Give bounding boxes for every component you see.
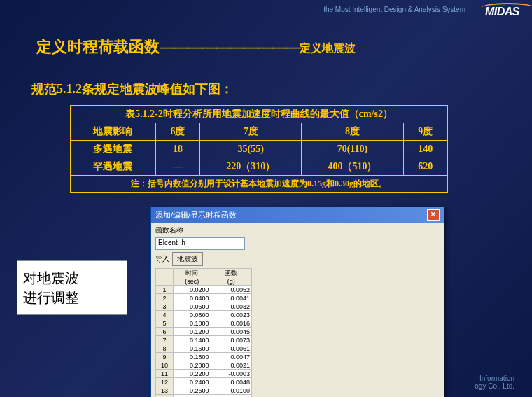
td: 400（510） xyxy=(302,158,403,176)
table-row[interactable]: 130.26000.0100 xyxy=(156,386,252,395)
time-history-dialog: 添加/编辑/显示时程函数 ✕ 函数名称 Elcent_h 导入 地震波 时间( xyxy=(150,207,444,397)
func-name-input[interactable]: Elcent_h xyxy=(155,237,245,250)
td: 140 xyxy=(403,141,447,158)
dialog-titlebar[interactable]: 添加/编辑/显示时程函数 ✕ xyxy=(151,207,444,223)
td: 18 xyxy=(155,141,200,158)
th: 7度 xyxy=(200,123,302,141)
table-note: 注：括号内数值分别用于设计基本地震加速度为0.15g和0.30g的地区。 xyxy=(71,176,448,193)
callout-line1: 对地震波 xyxy=(23,268,121,288)
table-row: 多遇地震 18 35(55) 70(110) 140 xyxy=(71,141,448,158)
td: 罕遇地震 xyxy=(71,158,156,176)
footer-text: Informationogy Co., Ltd. xyxy=(475,375,514,390)
dialog-title: 添加/编辑/显示时程函数 xyxy=(155,210,237,221)
td: — xyxy=(155,158,200,176)
th-blank xyxy=(156,269,174,286)
tagline: the Most Intelligent Design & Analysis S… xyxy=(323,6,465,13)
spec-text: 规范5.1.2条规定地震波峰值如下图： xyxy=(31,81,233,97)
wave-button[interactable]: 地震波 xyxy=(172,252,203,266)
table-row[interactable]: 90.18000.0047 xyxy=(156,353,252,361)
title-main: 定义时程荷载函数 xyxy=(36,38,160,55)
th: 地震影响 xyxy=(71,123,156,141)
title-sub: 定义地震波 xyxy=(300,42,356,54)
table-row[interactable]: 20.04000.0041 xyxy=(156,294,252,302)
table-row[interactable]: 60.12000.0045 xyxy=(156,328,252,336)
table-row: 罕遇地震 — 220（310） 400（510） 620 xyxy=(71,158,448,176)
table-row[interactable]: 10.02000.0052 xyxy=(156,286,252,294)
table-row[interactable]: 80.16000.0061 xyxy=(156,344,252,353)
table-row[interactable]: 40.08000.0023 xyxy=(156,311,252,319)
table-header-row: 地震影响 6度 7度 8度 9度 xyxy=(71,123,448,141)
peak-table: 表5.1.2-2时程分析所用地震加速度时程曲线的最大值（cm/s2） 地震影响 … xyxy=(70,105,448,193)
td: 620 xyxy=(403,158,447,176)
td: 220（310） xyxy=(200,158,302,176)
td: 70(110) xyxy=(302,141,403,158)
func-name-label: 函数名称 xyxy=(155,225,183,235)
th: 6度 xyxy=(155,123,200,141)
table-row[interactable]: 140.28000.0143 xyxy=(156,395,252,398)
td: 多遇地震 xyxy=(71,141,156,158)
th-func: 函数(g) xyxy=(211,269,251,286)
callout-box: 对地震波 进行调整 xyxy=(17,260,127,315)
table-row[interactable]: 100.20000.0021 xyxy=(156,361,252,370)
td: 35(55) xyxy=(200,141,302,158)
th: 8度 xyxy=(302,123,403,141)
table-row[interactable]: 70.14000.0073 xyxy=(156,336,252,344)
import-label: 导入 xyxy=(155,254,169,264)
logo-arc xyxy=(482,3,532,13)
logo: MIDAS xyxy=(485,6,519,18)
time-func-table[interactable]: 时间(sec) 函数(g) 10.02000.005220.04000.0041… xyxy=(155,268,252,397)
close-button[interactable]: ✕ xyxy=(427,209,440,221)
th: 9度 xyxy=(403,123,447,141)
table-row[interactable]: 110.2200-0.0003 xyxy=(156,370,252,378)
page-title: 定义时程荷载函数——————————定义地震波 xyxy=(36,36,356,57)
title-dashes: —————————— xyxy=(160,38,300,55)
table-row[interactable]: 50.10000.0016 xyxy=(156,319,252,328)
table-row[interactable]: 120.24000.0048 xyxy=(156,378,252,386)
callout-line2: 进行调整 xyxy=(23,288,121,307)
table-caption: 表5.1.2-2时程分析所用地震加速度时程曲线的最大值（cm/s2） xyxy=(71,106,448,123)
th-time: 时间(sec) xyxy=(174,269,211,286)
table-row[interactable]: 30.06000.0032 xyxy=(156,302,252,311)
